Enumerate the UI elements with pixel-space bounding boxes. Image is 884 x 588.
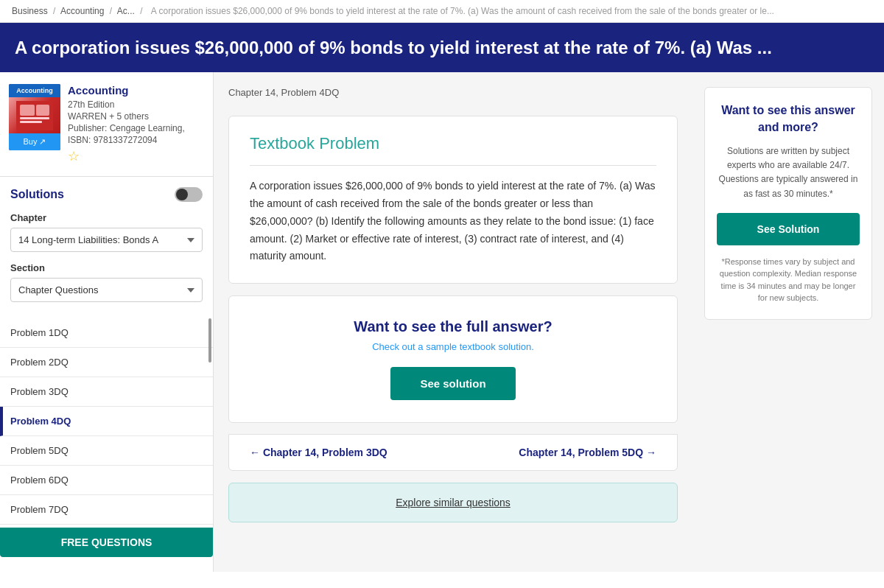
problem-list: Problem 1DQ Problem 2DQ Problem 3DQ Prob…: [0, 318, 213, 525]
explore-similar-link[interactable]: Explore similar questions: [396, 497, 511, 508]
solutions-section: Solutions Chapter 14 Long-term Liabiliti…: [0, 177, 213, 312]
breadcrumb-ac[interactable]: Ac...: [117, 6, 135, 16]
next-problem-link[interactable]: Chapter 14, Problem 5DQ →: [519, 447, 656, 458]
see-solution-right-button[interactable]: See Solution: [717, 213, 860, 245]
free-questions-button[interactable]: FREE QUESTIONS: [0, 528, 213, 557]
problem-item-1dq[interactable]: Problem 1DQ: [0, 318, 213, 348]
book-authors: WARREN + 5 others: [68, 111, 204, 122]
problem-item-7dq[interactable]: Problem 7DQ: [0, 495, 213, 525]
buy-button[interactable]: Buy ↗: [9, 133, 60, 150]
prev-problem-link[interactable]: ← Chapter 14, Problem 3DQ: [250, 447, 387, 458]
svg-rect-1: [20, 105, 35, 116]
book-title: Accounting: [68, 84, 204, 97]
svg-rect-4: [20, 121, 42, 123]
full-answer-card: Want to see the full answer? Check out a…: [228, 295, 678, 423]
breadcrumb-accounting[interactable]: Accounting: [60, 6, 104, 16]
book-details: Accounting 27th Edition WARREN + 5 other…: [68, 84, 204, 164]
breadcrumb-current: A corporation issues $26,000,000 of 9% b…: [151, 6, 774, 16]
solutions-toggle[interactable]: [175, 187, 203, 202]
right-card-note: *Response times vary by subject and ques…: [717, 256, 860, 304]
textbook-problem-title: Textbook Problem: [250, 134, 656, 166]
breadcrumb: Business / Accounting / Ac... / A corpor…: [0, 0, 884, 23]
breadcrumb-business[interactable]: Business: [12, 6, 48, 16]
book-cover-container: Accounting Buy ↗: [9, 84, 60, 150]
problem-navigation: ← Chapter 14, Problem 3DQ Chapter 14, Pr…: [228, 434, 678, 471]
full-answer-subtitle[interactable]: Check out a sample textbook solution.: [250, 341, 656, 352]
chapter-problem-label: Chapter 14, Problem 4DQ: [228, 87, 678, 98]
problem-item-5dq[interactable]: Problem 5DQ: [0, 436, 213, 466]
right-card: Want to see this answer and more? Soluti…: [704, 87, 872, 320]
full-answer-title: Want to see the full answer?: [250, 318, 656, 335]
solutions-header: Solutions: [10, 187, 203, 202]
book-cover: Accounting Buy ↗: [9, 84, 60, 150]
textbook-problem-text: A corporation issues $26,000,000 of 9% b…: [250, 178, 656, 265]
problem-item-3dq[interactable]: Problem 3DQ: [0, 377, 213, 407]
svg-rect-2: [36, 105, 49, 116]
textbook-problem-card: Textbook Problem A corporation issues $2…: [228, 116, 678, 284]
section-filter-label: Section: [10, 262, 203, 273]
chapter-filter-label: Chapter: [10, 212, 203, 223]
book-isbn: ISBN: 9781337272094: [68, 135, 204, 145]
sidebar: Accounting Buy ↗ Accoun: [0, 72, 214, 572]
content-area: Chapter 14, Problem 4DQ Textbook Problem…: [214, 72, 692, 572]
explore-card: Explore similar questions: [228, 483, 678, 522]
book-cover-image: [9, 97, 60, 133]
right-card-title: Want to see this answer and more?: [717, 102, 860, 136]
book-cover-label: Accounting: [9, 84, 60, 97]
svg-rect-3: [20, 117, 49, 119]
problem-item-4dq[interactable]: Problem 4DQ: [0, 407, 213, 436]
page-title: A corporation issues $26,000,000 of 9% b…: [0, 23, 884, 72]
problem-item-6dq[interactable]: Problem 6DQ: [0, 466, 213, 495]
problem-item-2dq[interactable]: Problem 2DQ: [0, 348, 213, 377]
right-panel: Want to see this answer and more? Soluti…: [692, 72, 884, 572]
book-info: Accounting Buy ↗ Accoun: [0, 72, 213, 177]
section-select[interactable]: Chapter Questions: [10, 278, 203, 302]
chapter-select[interactable]: 14 Long-term Liabilities: Bonds A: [10, 228, 203, 252]
right-card-description: Solutions are written by subject experts…: [717, 144, 860, 201]
book-publisher: Publisher: Cengage Learning,: [68, 123, 204, 133]
star-icon[interactable]: ☆: [68, 149, 80, 164]
book-cover-svg: [16, 101, 53, 130]
see-solution-button[interactable]: See solution: [390, 367, 515, 400]
book-edition: 27th Edition: [68, 99, 204, 110]
solutions-label: Solutions: [10, 188, 64, 201]
